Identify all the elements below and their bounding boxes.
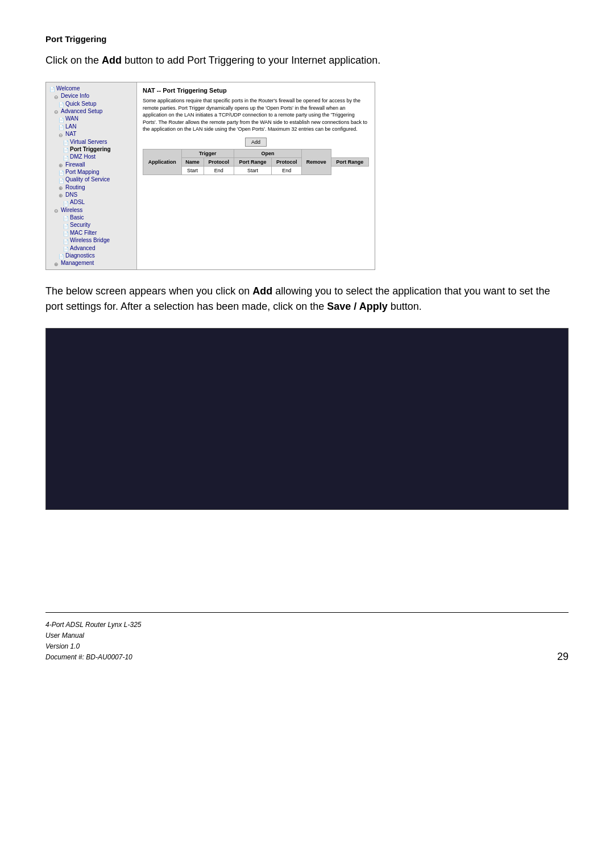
router-main-title: NAT -- Port Triggering Setup (143, 87, 369, 94)
doc-icon-2 (59, 101, 64, 107)
doc-icon-13 (63, 230, 69, 236)
add-bold-1: Add (102, 55, 122, 66)
plus-icon-1 (59, 162, 64, 168)
td-end2: End (272, 166, 302, 175)
td-start1: Start (181, 166, 204, 175)
footer: 4-Port ADSL Router Lynx L-325 User Manua… (45, 620, 569, 663)
th-protocol-open: Protocol (272, 157, 302, 166)
td-start2: Start (234, 166, 271, 175)
doc-icon (49, 86, 55, 92)
sidebar-item-wireless[interactable]: Wireless (46, 206, 136, 214)
add-button[interactable]: Add (245, 138, 267, 147)
doc-icon-10 (63, 200, 69, 206)
sidebar-item-management[interactable]: Management (46, 259, 136, 267)
minus-icon-2 (54, 109, 60, 114)
save-apply-bold: Save / Apply (327, 301, 387, 312)
doc-icon-11 (63, 215, 69, 221)
second-paragraph: The below screen appears when you click … (45, 284, 569, 314)
doc-icon-5 (63, 139, 69, 145)
doc-icon-7 (63, 155, 69, 160)
sidebar-item-dmz-host[interactable]: DMZ Host (46, 153, 136, 160)
add-button-row: Add (143, 138, 369, 147)
sidebar-item-dns[interactable]: DNS (46, 191, 136, 198)
sidebar-item-advanced-setup[interactable]: Advanced Setup (46, 107, 136, 115)
doc-icon-12 (63, 223, 69, 229)
doc-icon-3 (59, 117, 64, 122)
router-main-panel: NAT -- Port Triggering Setup Some applic… (137, 82, 375, 269)
sidebar-item-firewall[interactable]: Firewall (46, 161, 136, 168)
intro-paragraph: Click on the Add button to add Port Trig… (45, 53, 569, 68)
plus-icon-3 (59, 192, 64, 198)
sidebar-item-port-triggering[interactable]: Port Triggering (46, 146, 136, 153)
doc-icon-15 (63, 246, 69, 251)
doc-icon-16 (59, 253, 64, 259)
sidebar-item-device-info[interactable]: Device Info (46, 92, 136, 99)
doc-title: User Manual (45, 630, 142, 641)
th-port-range-trigger: Port Range (234, 157, 271, 166)
sidebar-item-qos[interactable]: Quality of Service (46, 176, 136, 183)
version: Version 1.0 (45, 641, 142, 652)
doc-icon-6 (63, 147, 69, 152)
plus-icon-4 (54, 261, 60, 267)
doc-icon-4 (59, 124, 64, 130)
plus-icon-2 (59, 185, 64, 190)
minus-icon-4 (54, 207, 60, 213)
add-bold-2: Add (252, 285, 272, 297)
sidebar-item-virtual-servers[interactable]: Virtual Servers (46, 138, 136, 146)
th-open: Open (234, 149, 302, 157)
sidebar-item-basic[interactable]: Basic (46, 214, 136, 221)
th-port-range-open: Port Range (331, 157, 369, 166)
sidebar-item-lan[interactable]: LAN (46, 123, 136, 130)
sidebar-item-advanced[interactable]: Advanced (46, 244, 136, 252)
th-trigger: Trigger (181, 149, 234, 157)
sidebar-item-welcome[interactable]: Welcome (46, 85, 136, 92)
th-protocol-trigger: Protocol (204, 157, 234, 166)
router-sidebar: Welcome Device Info Quick Setup Advanced… (46, 82, 137, 269)
td-end1: End (204, 166, 234, 175)
router-description: Some applications require that specific … (143, 97, 369, 133)
intro-text-1: Click on the (45, 55, 102, 66)
doc-number: Document #: BD-AU0007-10 (45, 652, 142, 663)
sidebar-item-adsl[interactable]: ADSL (46, 198, 136, 206)
second-text-3: button. (388, 301, 422, 312)
doc-icon-8 (59, 169, 64, 175)
port-triggering-table: Application Trigger Open Remove Name Pro… (143, 149, 369, 175)
sidebar-item-nat[interactable]: NAT (46, 130, 136, 138)
th-application: Application (143, 149, 182, 175)
dark-screenshot-area (45, 328, 569, 510)
doc-icon-14 (63, 238, 69, 244)
sidebar-item-wireless-bridge[interactable]: Wireless Bridge (46, 236, 136, 244)
sidebar-item-routing[interactable]: Routing (46, 184, 136, 191)
second-text-1: The below screen appears when you click … (45, 285, 252, 297)
page-number: 29 (557, 651, 569, 663)
router-screenshot: Welcome Device Info Quick Setup Advanced… (45, 82, 375, 270)
sidebar-item-mac-filter[interactable]: MAC Filter (46, 229, 136, 236)
th-name: Name (181, 157, 204, 166)
footer-rule (45, 612, 569, 613)
sidebar-item-port-mapping[interactable]: Port Mapping (46, 168, 136, 176)
minus-icon (54, 94, 60, 99)
sidebar-item-diagnostics[interactable]: Diagnostics (46, 252, 136, 259)
footer-left: 4-Port ADSL Router Lynx L-325 User Manua… (45, 620, 142, 663)
doc-icon-9 (59, 177, 64, 183)
product-name: 4-Port ADSL Router Lynx L-325 (45, 620, 142, 630)
th-remove: Remove (302, 149, 331, 175)
intro-text-2: button to add Port Triggering to your In… (122, 55, 380, 66)
section-title: Port Triggering (45, 34, 569, 44)
sidebar-item-wan[interactable]: WAN (46, 115, 136, 122)
sidebar-item-quick-setup[interactable]: Quick Setup (46, 100, 136, 107)
minus-icon-3 (59, 132, 64, 138)
sidebar-item-security[interactable]: Security (46, 221, 136, 229)
